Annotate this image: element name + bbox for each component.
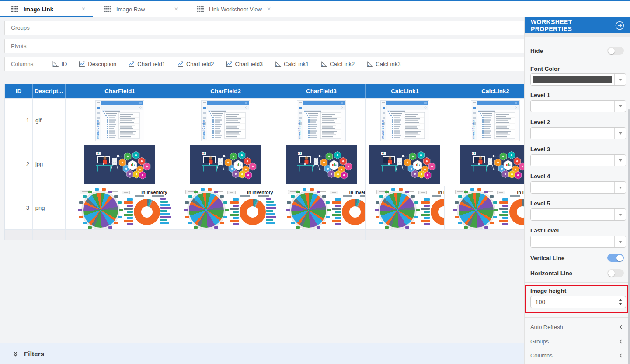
column-header[interactable]: CalcLink1 [365, 84, 444, 98]
dropdown-segment [614, 209, 626, 220]
charts-thumbnail[interactable]: In Inventory [277, 187, 365, 229]
vertical-line-row: Vertical Line [530, 253, 624, 262]
section-label: Auto Refresh [530, 324, 563, 330]
donut-title: In Inventory [506, 190, 524, 195]
column-chip-calclink3[interactable]: CalcLink3 [366, 60, 400, 68]
image-cell: mand Center [444, 98, 524, 142]
worksheet-tab-bar: Image Link ✕ Image Raw ✕ Link Worksheet … [0, 1, 630, 17]
charts-thumbnail[interactable]: In Inventory [366, 187, 444, 229]
pivots-dropzone[interactable]: Pivots [4, 39, 524, 53]
level-2-label: Level 2 [530, 119, 550, 125]
font-color-swatch [533, 76, 612, 83]
columns-bar-label: Columns [11, 61, 33, 67]
chevron-down-icon [619, 187, 622, 189]
chevron-left-icon [618, 339, 624, 344]
spinner-down-icon[interactable] [619, 303, 622, 305]
section-columns[interactable]: Columns [530, 351, 624, 360]
image-height-field [530, 296, 626, 308]
table-header: ID Descript... CharField1 CharField2 Cha… [5, 84, 524, 98]
last-level-select[interactable] [530, 236, 626, 248]
tab-close-icon[interactable]: ✕ [172, 5, 180, 13]
horizontal-line-toggle[interactable] [607, 269, 624, 277]
chevron-left-icon [618, 324, 624, 330]
column-chip-label: CharField2 [186, 61, 214, 67]
collapse-panel-arrow-right-icon[interactable] [615, 21, 625, 31]
section-auto-refresh[interactable]: Auto Refresh [530, 322, 624, 331]
infographic-thumbnail[interactable] [286, 145, 357, 184]
section-label: Columns [530, 352, 553, 359]
column-chip-charfield3[interactable]: CharField3 [226, 60, 263, 68]
column-chips: IDDescriptionCharField1CharField2CharFie… [52, 60, 400, 68]
ui-screenshot-thumbnail[interactable]: mand Center [471, 100, 520, 141]
ui-screenshot-thumbnail[interactable]: mand Center [380, 100, 429, 141]
column-header[interactable]: CalcLink2 [444, 84, 524, 98]
infographic-thumbnail[interactable] [190, 145, 261, 184]
tab-link-worksheet-view[interactable]: Link Worksheet View ✕ [185, 1, 278, 17]
level-3-select[interactable] [530, 154, 626, 166]
column-chip-calclink2[interactable]: CalcLink2 [320, 60, 355, 68]
worksheet-grid-icon [196, 5, 205, 14]
donut-chart [431, 199, 444, 225]
svg-text:mand Center: mand Center [202, 119, 205, 138]
image-cell: mand Center [365, 98, 444, 142]
image-cell: In Inventory [65, 186, 174, 229]
vertical-line-toggle[interactable] [607, 254, 624, 262]
column-chip-charfield1[interactable]: CharField1 [128, 60, 165, 68]
image-height-input[interactable] [531, 296, 614, 308]
hide-row: Hide [530, 46, 624, 55]
tab-close-icon[interactable]: ✕ [265, 5, 273, 13]
svg-text:mand Center: mand Center [96, 119, 99, 138]
horizontal-line-label: Horizontal Line [530, 270, 572, 277]
image-cell [444, 142, 524, 186]
infographic-thumbnail[interactable] [84, 145, 155, 184]
panel-scrollbar[interactable] [628, 109, 630, 364]
vertical-line-label: Vertical Line [530, 255, 564, 261]
footer-cell [5, 229, 32, 240]
image-cell [174, 142, 277, 186]
charts-thumbnail[interactable]: In Inventory [175, 187, 276, 229]
spinner-up-icon[interactable] [619, 299, 622, 301]
column-header[interactable]: CharField3 [277, 84, 365, 98]
level-5-select[interactable] [530, 208, 626, 221]
column-header[interactable]: Descript... [32, 84, 65, 98]
footer-cell [174, 229, 277, 240]
groups-dropzone[interactable]: Groups [4, 21, 524, 35]
ui-screenshot-thumbnail[interactable]: mand Center [297, 100, 346, 141]
tab-close-icon[interactable]: ✕ [80, 5, 87, 13]
chevron-left-icon [618, 353, 624, 358]
panel-header: WORKSHEET PROPERTIES [525, 17, 630, 33]
column-header[interactable]: CharField1 [65, 84, 174, 98]
column-chip-description[interactable]: Description [78, 60, 116, 68]
donut-title: In Inventory [130, 190, 171, 195]
tab-image-link[interactable]: Image Link ✕ [0, 1, 93, 17]
worksheet-main-area: Groups Pivots Columns IDDescriptionCharF… [0, 17, 524, 364]
data-table: ID Descript... CharField1 CharField2 Cha… [4, 84, 524, 240]
column-chip-charfield2[interactable]: CharField2 [177, 60, 214, 68]
column-header[interactable]: CharField2 [174, 84, 277, 98]
svg-text:mand Center: mand Center [472, 119, 475, 138]
calc-field-icon [366, 60, 373, 68]
footer-cell [444, 229, 524, 240]
tab-image-raw[interactable]: Image Raw ✕ [93, 1, 185, 17]
table-footer-row [5, 229, 524, 240]
column-header[interactable]: ID [5, 84, 32, 98]
column-chip-calclink1[interactable]: CalcLink1 [274, 60, 309, 68]
level-2-select[interactable] [530, 127, 626, 139]
hide-toggle[interactable] [607, 47, 624, 55]
infographic-thumbnail[interactable] [369, 145, 440, 184]
charts-thumbnail[interactable]: In Inventory [69, 187, 171, 229]
level-1-select[interactable] [530, 100, 626, 112]
ui-screenshot-thumbnail[interactable]: mand Center [95, 100, 144, 141]
section-groups[interactable]: Groups [530, 337, 624, 346]
ui-screenshot-thumbnail[interactable]: mand Center [201, 100, 250, 141]
font-color-picker[interactable] [530, 73, 626, 86]
filters-expander[interactable]: Filters [0, 343, 524, 364]
image-height-stepper[interactable] [615, 296, 626, 308]
charts-thumbnail[interactable]: In Inventory [445, 187, 524, 229]
font-color-label: Font Color [530, 66, 560, 72]
column-chip-id[interactable]: ID [52, 60, 67, 68]
infographic-thumbnail[interactable] [460, 145, 524, 184]
level-4-select[interactable] [530, 181, 626, 194]
tab-label: Image Raw [116, 6, 145, 13]
chevron-down-icon [619, 79, 622, 81]
